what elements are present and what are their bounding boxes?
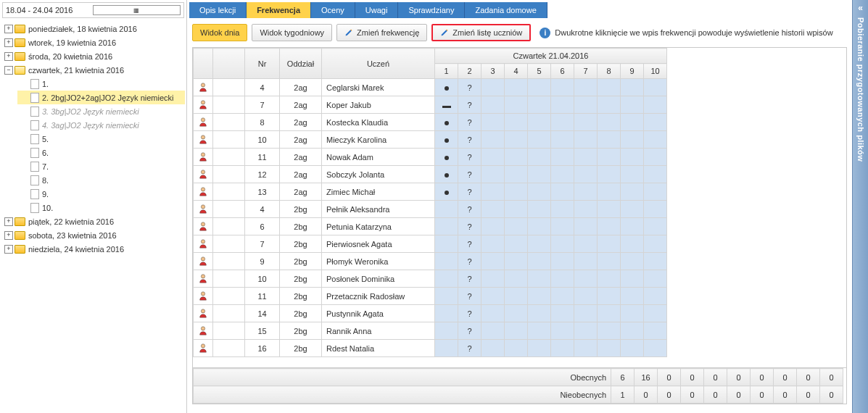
student-row[interactable]: 102bgPosłonek Dominika? [194, 270, 667, 288]
attendance-cell[interactable] [435, 131, 458, 149]
attendance-cell[interactable] [481, 322, 505, 340]
attendance-cell[interactable] [598, 288, 621, 305]
slot-header[interactable]: 7 [574, 64, 598, 79]
student-row[interactable]: 102agMieczyk Karolina? [194, 131, 667, 149]
attendance-cell[interactable] [505, 288, 528, 305]
student-row[interactable]: 92bgPłomyk Weronika? [194, 253, 667, 270]
tree-lesson-node[interactable]: 6. [17, 146, 185, 159]
col-nr-header[interactable]: Nr [245, 49, 280, 79]
attendance-cell[interactable] [528, 131, 551, 149]
attendance-cell[interactable] [574, 218, 598, 235]
attendance-cell[interactable] [551, 166, 574, 183]
attendance-cell[interactable] [644, 270, 667, 288]
attendance-cell[interactable] [528, 288, 551, 305]
slot-header[interactable]: 10 [644, 64, 667, 79]
attendance-cell[interactable] [435, 235, 458, 253]
col-uczen-header[interactable]: Uczeń [322, 49, 435, 79]
tree-day-node[interactable]: +piątek, 22 kwietnia 2016 [1, 214, 185, 228]
slot-header[interactable]: 2 [458, 64, 481, 79]
student-row[interactable]: 82agKostecka Klaudia? [194, 114, 667, 131]
attendance-cell[interactable] [598, 114, 621, 131]
attendance-cell[interactable] [644, 218, 667, 235]
attendance-cell[interactable] [621, 131, 644, 149]
tree-day-node[interactable]: +wtorek, 19 kwietnia 2016 [1, 36, 185, 49]
attendance-cell[interactable] [621, 183, 644, 201]
expand-icon[interactable]: − [4, 66, 13, 75]
widok-tygodniowy-button[interactable]: Widok tygodniowy [252, 24, 332, 41]
slot-header[interactable]: 3 [481, 64, 505, 79]
attendance-cell[interactable] [644, 149, 667, 166]
attendance-cell[interactable] [505, 305, 528, 322]
attendance-cell[interactable] [644, 235, 667, 253]
attendance-cell[interactable] [551, 218, 574, 235]
attendance-cell[interactable] [481, 340, 505, 357]
tree-day-node[interactable]: +niedziela, 24 kwietnia 2016 [1, 242, 185, 256]
expand-icon[interactable]: + [4, 52, 13, 61]
attendance-cell[interactable] [505, 201, 528, 218]
attendance-cell[interactable] [621, 270, 644, 288]
calendar-icon[interactable]: ▦ [93, 5, 181, 15]
tree-lesson-node[interactable]: 1. [17, 77, 185, 91]
expand-icon[interactable]: + [4, 38, 13, 47]
attendance-cell[interactable] [598, 340, 621, 357]
attendance-cell[interactable]: ? [458, 270, 481, 288]
attendance-cell[interactable] [528, 253, 551, 270]
attendance-cell[interactable] [574, 79, 598, 96]
attendance-cell[interactable] [435, 288, 458, 305]
zmien-frekwencje-button[interactable]: Zmień frekwencję [336, 24, 427, 41]
student-row[interactable]: 42agCeglarski Marek? [194, 79, 667, 96]
attendance-cell[interactable] [644, 96, 667, 114]
attendance-cell[interactable] [644, 114, 667, 131]
attendance-cell[interactable] [505, 96, 528, 114]
attendance-cell[interactable] [574, 131, 598, 149]
attendance-cell[interactable] [435, 183, 458, 201]
attendance-cell[interactable] [551, 270, 574, 288]
attendance-cell[interactable] [528, 79, 551, 96]
attendance-cell[interactable] [505, 322, 528, 340]
attendance-cell[interactable] [574, 166, 598, 183]
attendance-cell[interactable] [621, 79, 644, 96]
attendance-cell[interactable] [574, 183, 598, 201]
attendance-cell[interactable] [481, 201, 505, 218]
attendance-cell[interactable] [528, 166, 551, 183]
attendance-cell[interactable] [481, 79, 505, 96]
attendance-cell[interactable] [644, 201, 667, 218]
attendance-cell[interactable] [505, 340, 528, 357]
slot-header[interactable]: 5 [528, 64, 551, 79]
attendance-cell[interactable] [528, 149, 551, 166]
tab-frekwencja[interactable]: Frekwencja [247, 2, 311, 18]
attendance-cell[interactable] [551, 96, 574, 114]
student-row[interactable]: 112agNowak Adam? [194, 149, 667, 166]
attendance-cell[interactable] [598, 218, 621, 235]
attendance-cell[interactable]: ? [458, 305, 481, 322]
attendance-cell[interactable]: ? [458, 183, 481, 201]
attendance-cell[interactable] [574, 340, 598, 357]
attendance-cell[interactable] [574, 201, 598, 218]
attendance-cell[interactable] [574, 114, 598, 131]
attendance-cell[interactable] [551, 114, 574, 131]
attendance-cell[interactable] [621, 288, 644, 305]
attendance-cell[interactable] [598, 183, 621, 201]
attendance-cell[interactable] [435, 96, 458, 114]
expand-icon[interactable]: + [4, 231, 13, 240]
attendance-cell[interactable]: ? [458, 340, 481, 357]
attendance-cell[interactable] [621, 340, 644, 357]
attendance-cell[interactable] [435, 305, 458, 322]
student-row[interactable]: 142bgPustynnik Agata? [194, 305, 667, 322]
attendance-cell[interactable] [551, 201, 574, 218]
attendance-cell[interactable] [528, 183, 551, 201]
attendance-cell[interactable] [551, 183, 574, 201]
attendance-cell[interactable] [435, 149, 458, 166]
attendance-cell[interactable] [528, 201, 551, 218]
attendance-cell[interactable]: ? [458, 201, 481, 218]
attendance-cell[interactable] [621, 253, 644, 270]
tree-lesson-node[interactable]: 2. 2bg|JO2+2ag|JO2 Język niemiecki [17, 91, 185, 104]
date-range-field[interactable]: 18.04 - 24.04 2016 ▦ [2, 2, 184, 18]
tree-lesson-node[interactable]: 10. [17, 201, 185, 214]
attendance-cell[interactable] [644, 131, 667, 149]
attendance-cell[interactable] [551, 253, 574, 270]
attendance-cell[interactable] [435, 166, 458, 183]
attendance-cell[interactable] [528, 235, 551, 253]
attendance-cell[interactable]: ? [458, 288, 481, 305]
attendance-cell[interactable] [574, 96, 598, 114]
